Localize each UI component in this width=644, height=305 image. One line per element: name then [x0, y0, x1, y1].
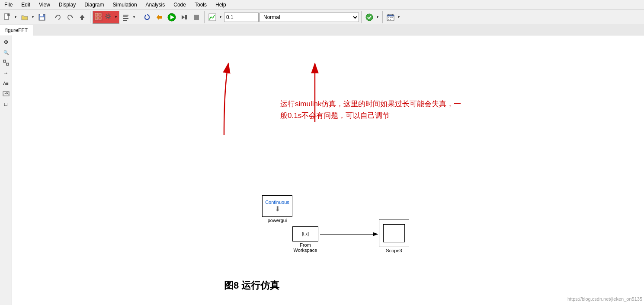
- plot-button[interactable]: [207, 12, 218, 23]
- settings-button[interactable]: [103, 12, 113, 21]
- open-dropdown[interactable]: ▾: [30, 12, 35, 23]
- svg-rect-9: [95, 13, 98, 16]
- powergui-block[interactable]: Continuous ⬇: [262, 195, 292, 217]
- svg-rect-28: [387, 15, 394, 16]
- solver-select[interactable]: Normal Accelerator Rapid Accelerator: [260, 13, 359, 22]
- simulation-time-input[interactable]: [224, 13, 259, 22]
- schedule-button[interactable]: [385, 12, 396, 23]
- run-button[interactable]: [166, 11, 178, 23]
- powergui-sublabel: powergui: [268, 218, 287, 223]
- toolbar: ▾ ▾ ▾ ▾: [0, 10, 644, 25]
- schedule-group: ▾: [385, 12, 401, 23]
- sep4: [204, 11, 205, 23]
- new-dropdown[interactable]: ▾: [13, 12, 18, 23]
- svg-marker-7: [80, 15, 85, 18]
- undo-button[interactable]: [52, 12, 64, 23]
- main-container: ⊕ 🔍 → A≡ □: [0, 35, 644, 305]
- image-tool[interactable]: [1, 89, 11, 98]
- canvas-annotation: 运行simulink仿真，这里的时间如果过长可能会失真，一 般0.1s不会有问题…: [280, 98, 461, 121]
- plot-dropdown[interactable]: ▾: [218, 12, 223, 23]
- refresh-button[interactable]: [141, 12, 153, 23]
- svg-rect-15: [123, 16, 128, 17]
- menu-tools[interactable]: Tools: [192, 1, 209, 9]
- from-workspace-content: [t x]: [302, 232, 309, 236]
- svg-rect-23: [185, 15, 187, 19]
- svg-rect-33: [391, 17, 393, 18]
- sep5: [361, 11, 362, 23]
- open-buttons-group: ▾: [19, 12, 35, 23]
- svg-rect-32: [390, 17, 391, 18]
- format-group: ▾: [120, 12, 137, 23]
- from-workspace-label: From Workspace: [294, 242, 317, 253]
- canvas: 运行simulink仿真，这里的时间如果过长可能会失真，一 般0.1s不会有问题…: [12, 35, 644, 305]
- menu-file[interactable]: File: [2, 1, 15, 9]
- scope-label: Scope3: [386, 248, 402, 253]
- file-buttons-group: ▾: [2, 12, 18, 23]
- settings-dropdown[interactable]: ▾: [113, 12, 119, 23]
- tab-figurefft[interactable]: figureFFT: [0, 25, 33, 35]
- figure-title: 图8 运行仿真: [224, 279, 279, 292]
- watermark: https://blog.csdn.net/jieken_on5135: [567, 296, 642, 302]
- from-workspace-block[interactable]: [t x]: [292, 226, 318, 241]
- pointer-tool[interactable]: ⊕: [1, 37, 11, 47]
- step-forward-button[interactable]: [179, 12, 190, 23]
- svg-marker-22: [182, 15, 185, 19]
- menu-code[interactable]: Code: [171, 1, 189, 9]
- menu-edit[interactable]: Edit: [19, 1, 33, 9]
- fit-tool[interactable]: [1, 58, 11, 67]
- schedule-dropdown[interactable]: ▾: [396, 12, 401, 23]
- scope-inner: [383, 224, 405, 242]
- svg-rect-12: [99, 17, 101, 19]
- library-button[interactable]: [93, 12, 103, 21]
- format-dropdown[interactable]: ▾: [131, 12, 137, 23]
- check-group: ▾: [364, 12, 380, 23]
- format-button[interactable]: [120, 12, 131, 23]
- new-button[interactable]: [2, 12, 13, 23]
- left-toolbar: ⊕ 🔍 → A≡ □: [0, 35, 12, 305]
- save-button[interactable]: [36, 12, 48, 23]
- svg-rect-36: [3, 60, 6, 62]
- svg-marker-18: [145, 14, 146, 17]
- powergui-block-container: Continuous ⬇ powergui: [262, 195, 292, 223]
- svg-rect-8: [81, 18, 83, 20]
- zoom-in-tool[interactable]: 🔍: [1, 48, 11, 57]
- svg-rect-34: [388, 19, 389, 20]
- scope-block[interactable]: [379, 219, 409, 247]
- svg-rect-37: [6, 63, 9, 65]
- svg-marker-19: [157, 14, 162, 20]
- svg-rect-31: [388, 17, 389, 18]
- tab-bar: figureFFT: [0, 25, 644, 35]
- svg-rect-16: [123, 18, 128, 19]
- back-button[interactable]: [154, 12, 165, 23]
- menu-simulation[interactable]: Simulation: [110, 1, 140, 9]
- svg-line-38: [6, 62, 6, 63]
- powergui-label: Continuous: [265, 200, 289, 205]
- stop-block: ▾: [93, 11, 119, 24]
- svg-rect-14: [123, 15, 128, 16]
- menu-display[interactable]: Display: [56, 1, 78, 9]
- sep3: [139, 11, 139, 23]
- text-tool[interactable]: A≡: [1, 79, 11, 88]
- rect-tool[interactable]: □: [1, 99, 11, 109]
- menu-view[interactable]: View: [36, 1, 53, 9]
- open-button[interactable]: [19, 12, 30, 23]
- sep1: [50, 11, 50, 23]
- svg-point-26: [366, 14, 373, 21]
- menu-analysis[interactable]: Analysis: [143, 1, 168, 9]
- redo-button[interactable]: [64, 12, 76, 23]
- menu-diagram[interactable]: Diagram: [82, 1, 106, 9]
- up-button[interactable]: [77, 12, 88, 23]
- arrow-tool[interactable]: →: [1, 68, 11, 78]
- sep2: [90, 11, 90, 23]
- svg-marker-6: [72, 16, 73, 19]
- svg-point-13: [107, 15, 109, 18]
- stop-button[interactable]: [191, 12, 202, 23]
- from-workspace-block-container: [t x] From Workspace: [292, 226, 318, 253]
- menu-help[interactable]: Help: [213, 1, 229, 9]
- svg-marker-5: [55, 16, 56, 19]
- check-button[interactable]: [364, 12, 375, 23]
- svg-rect-11: [95, 17, 98, 19]
- check-dropdown[interactable]: ▾: [375, 12, 380, 23]
- svg-rect-10: [99, 13, 101, 16]
- svg-rect-4: [40, 17, 44, 20]
